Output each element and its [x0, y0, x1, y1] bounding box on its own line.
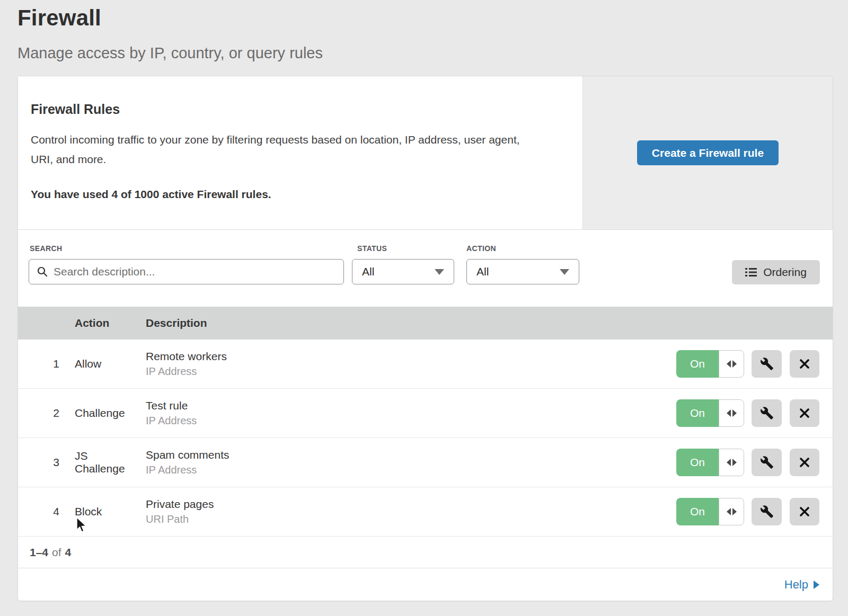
- rule-priority: 2: [18, 407, 65, 419]
- rule-match-field: IP Address: [146, 463, 676, 477]
- rule-description: Private pages: [146, 497, 676, 511]
- chevron-down-icon: [435, 269, 444, 275]
- column-header-action: Action: [65, 317, 136, 329]
- status-select[interactable]: All: [352, 259, 454, 284]
- toggle-arrows-icon: [727, 508, 731, 515]
- toggle-on-label: On: [676, 350, 719, 378]
- filters-bar: SEARCH STATUS All ACTION All: [18, 230, 833, 307]
- wrench-icon: [760, 456, 774, 469]
- rule-priority: 4: [18, 505, 65, 518]
- toggle-handle[interactable]: [719, 350, 744, 378]
- close-icon: [798, 456, 811, 469]
- rule-priority: 1: [18, 358, 65, 370]
- toggle-handle[interactable]: [719, 449, 744, 476]
- toggle-on-label: On: [676, 449, 719, 476]
- status-label: STATUS: [357, 244, 387, 253]
- toggle-arrows-icon: [727, 409, 731, 417]
- help-link[interactable]: Help: [784, 578, 819, 592]
- page-header: Firewall Manage access by IP, country, o…: [0, 0, 848, 62]
- toggle-on-label: On: [676, 399, 719, 427]
- search-icon: [37, 266, 48, 278]
- rules-panel-title: Firewall Rules: [31, 102, 545, 117]
- action-select-value: All: [476, 265, 489, 278]
- rule-action: Allow: [65, 358, 136, 370]
- toggle-handle[interactable]: [719, 399, 744, 427]
- page-subtitle: Manage access by IP, country, or query r…: [17, 44, 848, 62]
- toggle-handle[interactable]: [719, 498, 744, 525]
- close-icon: [798, 505, 811, 518]
- table-row: 4 Block Private pages URI Path On: [18, 487, 833, 537]
- delete-rule-button[interactable]: [790, 498, 819, 525]
- search-input[interactable]: [54, 265, 336, 278]
- action-label: ACTION: [466, 244, 496, 253]
- create-firewall-rule-button[interactable]: Create a Firewall rule: [637, 140, 779, 165]
- close-icon: [798, 407, 811, 419]
- card-footer: Help: [18, 568, 833, 601]
- ordered-list-icon: [745, 267, 757, 277]
- toggle-arrows-icon: [727, 459, 731, 466]
- toggle-on-label: On: [676, 498, 719, 525]
- wrench-icon: [760, 505, 774, 519]
- create-rule-panel: Create a Firewall rule: [582, 76, 833, 229]
- table-row: 3 JS Challenge Spam comments IP Address …: [18, 438, 833, 487]
- rule-enabled-toggle[interactable]: On: [676, 498, 744, 525]
- delete-rule-button[interactable]: [790, 350, 819, 378]
- firewall-rules-card: Firewall Rules Control incoming traffic …: [17, 76, 833, 601]
- action-select[interactable]: All: [466, 259, 579, 284]
- help-arrow-icon: [814, 581, 819, 589]
- rule-description: Test rule: [146, 398, 676, 413]
- help-label: Help: [784, 578, 808, 592]
- wrench-icon: [760, 357, 774, 371]
- rules-panel-description: Control incoming traffic to your zone by…: [31, 130, 540, 169]
- delete-rule-button[interactable]: [790, 449, 819, 476]
- edit-rule-button[interactable]: [752, 399, 782, 427]
- wrench-icon: [760, 406, 774, 420]
- column-header-description: Description: [136, 317, 676, 329]
- page-title: Firewall: [17, 5, 848, 31]
- edit-rule-button[interactable]: [752, 350, 782, 378]
- rules-usage-text: You have used 4 of 1000 active Firewall …: [31, 188, 545, 201]
- pagination-total: 4: [65, 546, 72, 559]
- ordering-button[interactable]: Ordering: [732, 260, 820, 284]
- pagination: 1–4 of 4: [18, 537, 833, 568]
- search-label: SEARCH: [30, 244, 63, 253]
- close-icon: [798, 358, 811, 370]
- delete-rule-button[interactable]: [790, 399, 819, 427]
- status-select-value: All: [362, 265, 374, 278]
- rule-description: Remote workers: [146, 349, 676, 363]
- rule-action: Challenge: [65, 407, 136, 419]
- edit-rule-button[interactable]: [752, 498, 782, 525]
- table-header: Action Description: [18, 307, 833, 340]
- rule-match-field: URI Path: [146, 512, 676, 526]
- rule-match-field: IP Address: [146, 414, 676, 428]
- rule-enabled-toggle[interactable]: On: [676, 350, 744, 378]
- rule-description: Spam comments: [146, 448, 676, 462]
- chevron-down-icon: [560, 269, 569, 275]
- pagination-of: of: [52, 546, 61, 559]
- rule-action: Block: [65, 505, 136, 518]
- search-box: [29, 259, 344, 284]
- edit-rule-button[interactable]: [752, 449, 782, 476]
- toggle-arrows-icon: [727, 360, 731, 368]
- table-row: 2 Challenge Test rule IP Address On: [18, 389, 833, 438]
- pagination-range: 1–4: [30, 546, 48, 559]
- rule-match-field: IP Address: [146, 364, 676, 379]
- ordering-button-label: Ordering: [763, 266, 807, 279]
- table-row: 1 Allow Remote workers IP Address On: [18, 340, 833, 389]
- rule-enabled-toggle[interactable]: On: [676, 399, 744, 427]
- rule-enabled-toggle[interactable]: On: [676, 449, 744, 476]
- rule-action: JS Challenge: [65, 450, 136, 475]
- rules-intro: Firewall Rules Control incoming traffic …: [18, 76, 582, 229]
- rules-intro-section: Firewall Rules Control incoming traffic …: [18, 76, 833, 230]
- rule-priority: 3: [18, 456, 65, 469]
